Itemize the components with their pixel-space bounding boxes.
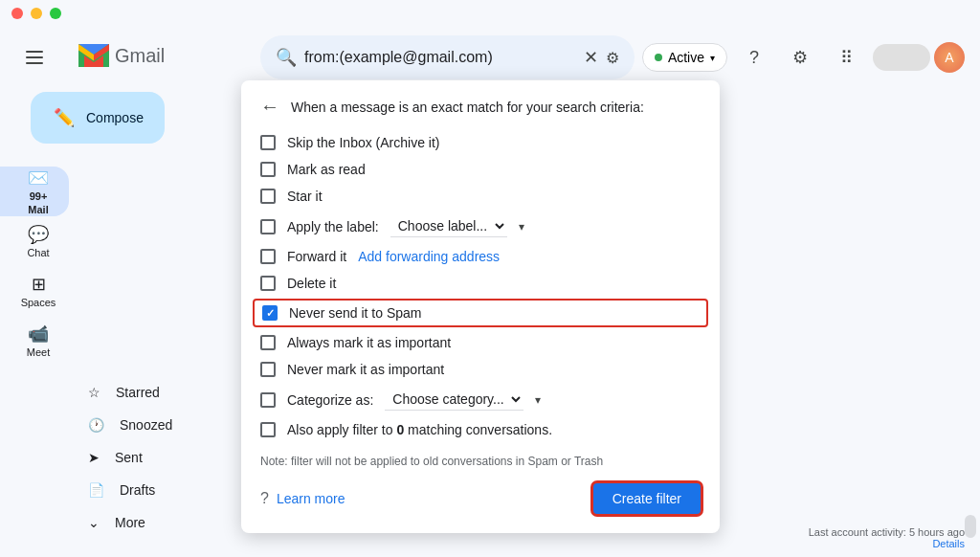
also-apply-label: Also apply filter to 0 matching conversa…	[287, 422, 552, 437]
content-area: ← When a message is an exact match for y…	[245, 88, 980, 557]
snoozed-label: Snoozed	[120, 417, 172, 433]
mark-read-checkbox[interactable]	[260, 162, 276, 177]
help-button[interactable]: ?	[735, 38, 773, 77]
search-input[interactable]	[304, 49, 576, 66]
gmail-wordmark: Gmail	[115, 45, 165, 67]
clear-search-icon[interactable]: ✕	[584, 47, 598, 68]
dialog-title: When a message is an exact match for you…	[291, 100, 644, 115]
category-dropdown-chevron-icon: ▾	[535, 393, 541, 407]
mark-read-label: Mark as read	[287, 162, 366, 177]
maximize-button[interactable]	[50, 8, 61, 19]
mail-icon: ✉️	[28, 167, 49, 189]
status-label: Active	[668, 50, 704, 65]
filter-option-never-spam: Never send it to Spam	[253, 299, 708, 327]
delete-it-checkbox[interactable]	[260, 276, 276, 291]
snoozed-icon: 🕐	[88, 417, 104, 433]
starred-label: Starred	[116, 385, 160, 400]
svg-rect-1	[26, 56, 43, 58]
filter-note: Note: filter will not be applied to old …	[260, 455, 701, 468]
sidebar-item-snoozed[interactable]: 🕐 Snoozed	[73, 410, 245, 440]
add-label-button[interactable]: +	[219, 553, 230, 557]
account-selector[interactable]	[873, 44, 930, 71]
skip-inbox-label: Skip the Inbox (Archive it)	[287, 135, 440, 150]
svg-rect-0	[26, 51, 43, 53]
topbar: 🔍 ✕ ⚙ Active ▾ ? ⚙ ⠿ A	[245, 27, 980, 88]
forward-it-checkbox[interactable]	[260, 249, 276, 264]
sidebar-item-drafts[interactable]: 📄 Drafts	[73, 475, 245, 505]
delete-it-label: Delete it	[287, 276, 336, 291]
minimize-button[interactable]	[31, 8, 42, 19]
close-button[interactable]	[11, 8, 23, 19]
spaces-icon: ⊞	[32, 274, 46, 295]
dialog-footer: ? Learn more Create filter	[260, 476, 701, 514]
meet-icon: 📹	[28, 323, 49, 345]
details-link[interactable]: Details	[809, 538, 965, 549]
gmail-logo: Gmail	[61, 34, 180, 84]
svg-rect-2	[26, 62, 43, 64]
drafts-label: Drafts	[120, 482, 155, 498]
add-forwarding-address-link[interactable]: Add forwarding address	[358, 249, 500, 264]
sidebar-item-mail[interactable]: ✉️ 99+ Mail	[0, 167, 69, 216]
mail-badge: 99+	[30, 190, 48, 202]
sidebar-item-sent[interactable]: ➤ Sent	[73, 442, 245, 473]
app-shell: Gmail ✏️ Compose ✉️ 99+ Mail 💬 Chat ⊞ S	[0, 27, 980, 557]
star-it-checkbox[interactable]	[260, 189, 276, 204]
bottom-status: Last account activity: 5 hours ago Detai…	[809, 526, 965, 549]
sidebar-item-starred[interactable]: ☆ Starred	[73, 377, 245, 408]
categorize-checkbox[interactable]	[260, 392, 276, 408]
more-label: More	[115, 515, 145, 530]
sidebar-item-chat[interactable]: 💬 Chat	[0, 216, 69, 266]
filter-option-delete-it: Delete it	[260, 270, 701, 297]
settings-button[interactable]: ⚙	[781, 38, 819, 77]
mail-label: Mail	[28, 204, 48, 215]
learn-more-row: ? Learn more	[260, 490, 345, 507]
create-filter-button[interactable]: Create filter	[593, 483, 701, 514]
learn-more-link[interactable]: Learn more	[277, 491, 345, 506]
skip-inbox-checkbox[interactable]	[260, 135, 276, 150]
apps-button[interactable]: ⠿	[827, 38, 865, 77]
chat-icon: 💬	[28, 224, 49, 245]
learn-more-help-icon: ?	[260, 490, 269, 507]
always-important-label: Always mark it as important	[287, 335, 451, 350]
filter-dialog: ← When a message is an exact match for y…	[241, 80, 720, 533]
drafts-icon: 📄	[88, 482, 104, 498]
filter-option-apply-label: Apply the label: Choose label... ▾	[260, 210, 701, 243]
spaces-label: Spaces	[21, 297, 56, 308]
filter-option-forward-it: Forward it Add forwarding address	[260, 243, 701, 270]
sidebar: Gmail ✏️ Compose ✉️ 99+ Mail 💬 Chat ⊞ S	[0, 27, 245, 557]
label-dropdown[interactable]: Choose label...	[390, 215, 507, 237]
compose-icon: ✏️	[54, 107, 75, 128]
search-icon: 🔍	[276, 47, 297, 68]
avatar[interactable]: A	[934, 42, 965, 73]
more-icon: ⌄	[88, 515, 100, 530]
status-chevron-icon: ▾	[710, 53, 715, 63]
last-activity-text: Last account activity: 5 hours ago	[809, 526, 965, 538]
filter-option-never-important: Never mark it as important	[260, 356, 701, 383]
sent-label: Sent	[115, 450, 143, 465]
menu-button[interactable]	[15, 38, 54, 77]
sidebar-item-spaces[interactable]: ⊞ Spaces	[0, 266, 69, 316]
filter-option-star-it: Star it	[260, 183, 701, 210]
compose-button[interactable]: ✏️ Compose	[31, 92, 165, 144]
never-important-checkbox[interactable]	[260, 362, 276, 377]
dialog-body: Skip the Inbox (Archive it) Mark as read…	[241, 125, 720, 533]
sent-icon: ➤	[88, 450, 100, 465]
apply-label-checkbox[interactable]	[260, 219, 276, 234]
category-dropdown[interactable]: Choose category...	[385, 389, 523, 411]
sidebar-item-more[interactable]: ⌄ More	[73, 507, 245, 538]
never-spam-checkbox[interactable]	[262, 305, 278, 321]
filter-option-categorize: Categorize as: Choose category... ▾	[260, 383, 701, 416]
chat-label: Chat	[27, 247, 49, 258]
search-options-icon[interactable]: ⚙	[606, 49, 619, 67]
filter-option-also-apply: Also apply filter to 0 matching conversa…	[260, 416, 701, 443]
meet-label: Meet	[27, 346, 50, 358]
back-button[interactable]: ←	[260, 96, 279, 118]
scroll-indicator[interactable]	[965, 515, 976, 538]
labels-header: Labels +	[0, 546, 245, 557]
star-icon: ☆	[88, 385, 100, 400]
also-apply-checkbox[interactable]	[260, 422, 276, 437]
always-important-checkbox[interactable]	[260, 335, 276, 350]
status-badge[interactable]: Active ▾	[642, 43, 727, 72]
star-it-label: Star it	[287, 189, 323, 204]
sidebar-item-meet[interactable]: 📹 Meet	[0, 316, 69, 366]
